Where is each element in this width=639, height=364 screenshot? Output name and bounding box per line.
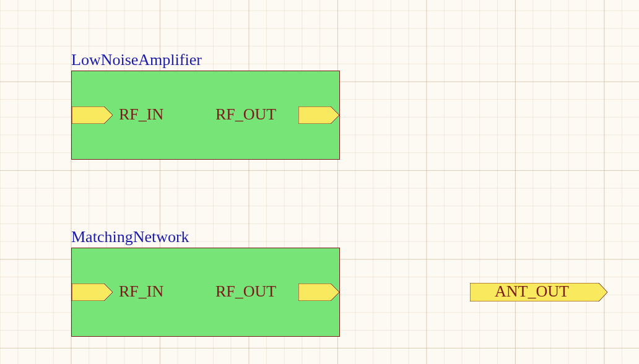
port-out-arrow[interactable] [298, 284, 339, 301]
port-out-label: RF_OUT [215, 105, 276, 124]
port-row: RF_IN RF_OUT [72, 106, 339, 124]
port-in-arrow[interactable] [72, 284, 113, 301]
port-row: RF_IN RF_OUT [72, 284, 339, 301]
wavy-decoration [72, 72, 339, 76]
svg-marker-2 [72, 284, 113, 301]
port-ant-out-label: ANT_OUT [495, 282, 569, 301]
block-title-matching: MatchingNetwork [71, 228, 189, 246]
svg-marker-1 [298, 106, 339, 124]
port-in-label: RF_IN [119, 105, 163, 124]
port-out-arrow[interactable] [298, 106, 339, 124]
block-title-lna: LowNoiseAmplifier [71, 51, 202, 69]
port-out-label: RF_OUT [215, 282, 276, 301]
wavy-decoration [72, 249, 339, 253]
svg-marker-3 [298, 284, 339, 301]
port-ant-out[interactable]: ANT_OUT [470, 283, 607, 301]
port-in-label: RF_IN [119, 282, 163, 301]
block-matching[interactable]: RF_IN RF_OUT [71, 248, 340, 337]
schematic-canvas[interactable]: LowNoiseAmplifier RF_IN RF_OUT MatchingN… [0, 0, 639, 364]
port-in-arrow[interactable] [72, 106, 113, 124]
svg-marker-0 [72, 106, 113, 124]
block-lna[interactable]: RF_IN RF_OUT [71, 71, 340, 160]
